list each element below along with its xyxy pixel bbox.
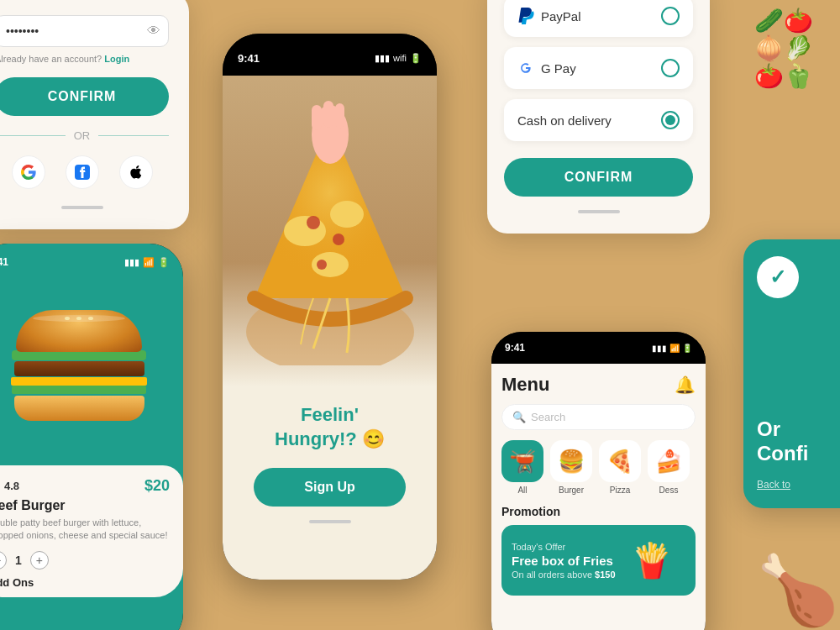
cod-option[interactable]: Cash on delivery <box>504 99 693 141</box>
password-field-wrapper: 👁 <box>0 15 169 47</box>
quantity-control: − 1 + <box>0 551 170 570</box>
login-hint: Already have an account? Login <box>0 54 169 64</box>
burger-lettuce-bottom <box>12 386 146 394</box>
promo-today: Today's Offer <box>512 542 616 552</box>
category-burger[interactable]: 🍔 Burger <box>550 440 592 495</box>
paypal-logo: PayPal <box>517 8 581 24</box>
check-circle: ✓ <box>757 256 799 298</box>
confirm-button[interactable]: CONFIRM <box>0 77 169 116</box>
social-icons <box>0 155 169 189</box>
category-all-label: All <box>517 486 527 495</box>
back-to-link[interactable]: Back to <box>757 479 790 491</box>
menu-phone: 9:41 ▮▮▮ 📶 🔋 Menu 🔔 🔍 Search 🫕 All 🍔 Bur… <box>491 332 706 630</box>
menu-phone-notch: 9:41 ▮▮▮ 📶 🔋 <box>491 332 706 364</box>
payment-confirm-button[interactable]: CONFIRM <box>504 158 693 197</box>
add-ons-label[interactable]: Add Ons <box>0 576 170 589</box>
paypal-radio[interactable] <box>661 7 680 25</box>
pizza-phone-status: ▮▮▮wifi🔋 <box>375 53 422 64</box>
category-pizza[interactable]: 🍕 Pizza <box>599 440 641 495</box>
category-dessert-label: Dess <box>659 486 679 495</box>
rating-value: 4.8 <box>4 480 19 492</box>
menu-title: Menu <box>501 374 549 396</box>
promo-text: Today's Offer Free box of Fries On all o… <box>512 542 616 580</box>
svg-point-8 <box>333 234 344 245</box>
paypal-option[interactable]: PayPal <box>504 0 693 37</box>
menu-phone-status: ▮▮▮ 📶 🔋 <box>652 344 692 353</box>
eye-icon[interactable]: 👁 <box>147 24 160 39</box>
burger-phone: 9:41 ▮▮▮📶🔋 ★ 4.8 $ <box>0 244 183 630</box>
promo-card[interactable]: Today's Offer Free box of Fries On all o… <box>501 525 696 596</box>
google-social-button[interactable] <box>12 155 45 189</box>
burger-name: Beef Burger <box>0 498 170 513</box>
search-bar[interactable]: 🔍 Search <box>501 404 696 430</box>
category-row: 🫕 All 🍔 Burger 🍕 Pizza 🍰 Dess <box>501 440 696 495</box>
category-pizza-label: Pizza <box>610 486 630 495</box>
burger-patty <box>14 361 144 376</box>
burger-image-area <box>0 281 183 465</box>
quantity-value: 1 <box>15 554 22 567</box>
checkmark-icon: ✓ <box>769 265 786 289</box>
burger-phone-notch: 9:41 ▮▮▮📶🔋 <box>0 244 183 281</box>
menu-header: Menu 🔔 <box>501 374 696 396</box>
paypal-label: PayPal <box>541 9 581 24</box>
pizza-bottom-bar <box>309 520 351 523</box>
category-pizza-icon: 🍕 <box>599 440 641 482</box>
decrease-qty-button[interactable]: − <box>0 551 7 570</box>
order-confirm-content: ✓ <box>757 256 799 308</box>
gpay-logo: G Pay <box>517 60 576 76</box>
signup-button[interactable]: Sign Up <box>254 468 405 507</box>
burger-price: $20 <box>144 477 170 495</box>
pizza-text-area: Feelin'Hungry!? 😊 Sign Up <box>223 386 437 507</box>
burger-content: ★ 4.8 $20 Beef Burger Double patty beef … <box>0 465 183 597</box>
category-burger-icon: 🍔 <box>550 440 592 482</box>
category-dessert-icon: 🍰 <box>648 440 690 482</box>
apple-social-button[interactable] <box>119 155 153 189</box>
burger-phone-status: ▮▮▮📶🔋 <box>124 257 170 268</box>
burger-rating-row: ★ 4.8 $20 <box>0 477 170 495</box>
pizza-phone-inner: Feelin'Hungry!? 😊 Sign Up <box>223 76 437 580</box>
category-all-icon: 🫕 <box>501 440 543 482</box>
burger-phone-inner: ★ 4.8 $20 Beef Burger Double patty beef … <box>0 281 183 630</box>
pizza-phone-notch: 9:41 ▮▮▮wifi🔋 <box>223 34 437 76</box>
svg-rect-11 <box>312 105 322 130</box>
increase-qty-button[interactable]: + <box>30 551 49 570</box>
gpay-label: G Pay <box>541 61 576 76</box>
svg-rect-13 <box>335 103 344 129</box>
burger-description: Double patty beef burger with lettuce, c… <box>0 517 170 543</box>
pizza-phone-time: 9:41 <box>238 52 260 65</box>
svg-rect-12 <box>323 101 333 128</box>
login-panel-bottom-bar <box>61 206 103 209</box>
search-placeholder-text: Search <box>531 411 565 423</box>
svg-point-5 <box>330 201 364 228</box>
promo-condition: On all orders above $150 <box>512 570 616 580</box>
gpay-icon <box>517 60 534 76</box>
category-all[interactable]: 🫕 All <box>501 440 543 495</box>
order-confirm-panel: ✓ OrConfi Back to <box>743 239 840 508</box>
password-input[interactable] <box>0 15 169 47</box>
burger-visual <box>3 310 155 436</box>
deco-ingredients: 🥒🍅🧅🥬🍅🫑 <box>748 0 840 185</box>
facebook-social-button[interactable] <box>66 155 99 189</box>
paypal-icon <box>517 8 534 24</box>
menu-inner: Menu 🔔 🔍 Search 🫕 All 🍔 Burger 🍕 Pizza 🍰… <box>491 364 706 630</box>
svg-point-9 <box>317 260 327 270</box>
deco-chicken: 🍗 <box>756 551 840 630</box>
category-dessert[interactable]: 🍰 Dess <box>648 440 690 495</box>
category-burger-label: Burger <box>559 486 584 495</box>
payment-panel: PayPal G Pay Cash on delivery CONFIRM <box>487 0 710 234</box>
burger-phone-time: 9:41 <box>0 256 8 268</box>
search-icon: 🔍 <box>512 411 526 423</box>
pizza-headline: Feelin'Hungry!? 😊 <box>239 403 420 451</box>
sesame-seeds <box>16 317 142 320</box>
cod-radio[interactable] <box>661 111 680 129</box>
gpay-option[interactable]: G Pay <box>504 47 693 89</box>
order-confirm-text: OrConfi Back to <box>757 417 808 491</box>
pizza-illustration <box>238 97 423 365</box>
login-link[interactable]: Login <box>104 54 129 64</box>
notification-bell-icon[interactable]: 🔔 <box>675 375 696 395</box>
promo-food-image: 🍟 <box>618 535 685 585</box>
gpay-radio[interactable] <box>661 59 680 77</box>
svg-point-7 <box>307 216 320 229</box>
cod-label: Cash on delivery <box>517 113 612 128</box>
pizza-phone: 9:41 ▮▮▮wifi🔋 <box>223 34 437 580</box>
